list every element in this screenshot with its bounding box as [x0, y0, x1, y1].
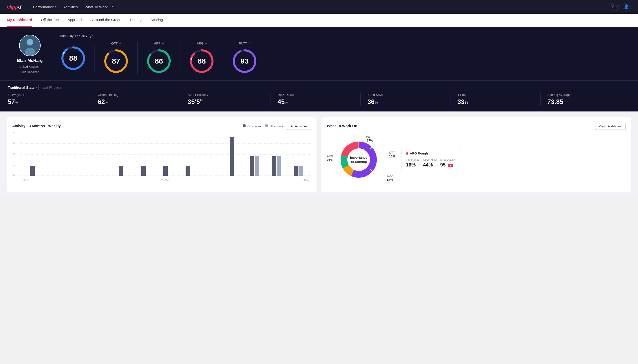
nav-activities[interactable]: Activities [63, 5, 78, 9]
score-rings: 88 OTT ↗ 87 [60, 42, 630, 74]
app-label: OTT 10% [389, 151, 395, 158]
ring-ott-container: 87 [103, 48, 129, 74]
stat-scoring-avg: Scoring Average 73.85 [541, 93, 630, 106]
svg-text:To Scoring: To Scoring [351, 160, 367, 164]
putt-dot [337, 160, 339, 162]
stat-sand-save: Sand Save 36% [361, 93, 451, 106]
bar-oncourse [250, 156, 254, 176]
user-menu-button[interactable]: 👤 ▾ [623, 3, 631, 11]
bar-oncourse [141, 166, 146, 176]
ring-arg: ARG ↗ 88 [180, 42, 223, 74]
tab-approach[interactable]: Approach [68, 14, 83, 27]
nav-what-to-work-on[interactable]: What To Work On [85, 5, 114, 9]
trad-header: Traditional Stats ? Last 20 rounds [8, 86, 630, 90]
nav-performance[interactable]: Performance ▾ [33, 5, 57, 9]
svg-point-1 [27, 39, 33, 46]
help-icon-trad[interactable]: ? [37, 86, 40, 90]
chevron-down-icon: ▾ [616, 6, 617, 8]
work-on-title: What To Work On [327, 124, 357, 128]
stat-1putt: 1 Putt 33% [451, 93, 540, 106]
bar-group [177, 166, 198, 176]
bar-group [155, 166, 176, 176]
chart-title: Activity - 3 Months - Weekly [12, 124, 61, 128]
ring-arg-container: 88 [188, 48, 215, 74]
ring-app: APP ↗ 86 [138, 42, 180, 74]
bar-group [111, 166, 132, 176]
bar-oncourse [163, 166, 168, 176]
stat-fairways-val: 57% [8, 98, 84, 106]
nav-links: Performance ▾ Activities What To Work On [33, 5, 114, 9]
down-badge: ▼ [448, 164, 453, 167]
stats-section: Total Player Quality ? 88 [60, 34, 630, 74]
bar-offcourse [277, 156, 281, 176]
info-shot-quality: Shot Quality 95 ▼ [440, 158, 455, 168]
help-icon[interactable]: ? [89, 34, 93, 38]
chevron-down-icon: ▾ [55, 6, 57, 8]
bar-group [44, 175, 66, 176]
chart-card-header: Activity - 3 Months - Weekly On course O… [12, 123, 311, 130]
stat-sandsave-val: 36% [367, 98, 443, 106]
arrow-up-icon: ↗ [119, 42, 121, 45]
x-labels: 7 Feb 28 Mar 9 May [20, 179, 311, 182]
stat-up-down: Up & Down 45% [271, 93, 361, 106]
info-card-title: ARG Rough [406, 152, 455, 155]
avatar-image [20, 35, 40, 56]
ring-putt: PUTT ↗ 93 [223, 42, 266, 74]
bar-oncourse [272, 156, 276, 176]
add-button[interactable]: ⊕ ▾ [610, 3, 619, 11]
all-activities-button[interactable]: All Activities [287, 123, 311, 130]
arrow-up-icon: ↗ [205, 42, 207, 45]
bar-group [199, 175, 221, 176]
bar-oncourse [185, 166, 190, 176]
bar-group [22, 166, 43, 176]
ring-ott: OTT ↗ 87 [95, 42, 138, 74]
donut-svg: Importance To Scoring [337, 138, 381, 182]
chevron-down-icon: ▾ [629, 6, 631, 8]
user-icon: 👤 [623, 4, 629, 10]
stat-greens-val: 62% [98, 98, 173, 106]
tab-off-the-tee[interactable]: Off the Tee [41, 14, 59, 27]
stat-proximity-val: 35'5" [188, 98, 264, 106]
ring-putt-label: PUTT ↗ [239, 42, 251, 45]
trad-title: Traditional Stats [8, 86, 35, 90]
trad-subtitle: Last 20 rounds [42, 86, 62, 89]
arrow-up-icon: ↗ [162, 42, 164, 45]
ring-putt-container: 93 [231, 48, 258, 74]
ring-arg-label: ARG ↗ [196, 42, 207, 45]
total-quality-label: Total Player Quality ? [60, 34, 630, 38]
view-dashboard-button[interactable]: View Dashboard [595, 123, 626, 130]
dot-red-icon [406, 152, 408, 155]
ring-overall-container: 88 [60, 45, 87, 72]
tab-putting[interactable]: Putting [130, 14, 142, 27]
app-dot [370, 148, 372, 149]
bar-group [244, 156, 265, 176]
info-importance: Importance 16% [406, 158, 421, 168]
arg-dot [370, 170, 372, 171]
traditional-stats-section: Traditional Stats ? Last 20 rounds Fairw… [0, 80, 638, 112]
bar-chart: 4 3 2 1 0 7 Feb 28 Mar 9 May [12, 133, 311, 182]
donut-section: PUTT 57% OTT 10% APP 12% ARG 21% [327, 133, 626, 186]
bar-group [133, 166, 154, 176]
tab-my-dashboard[interactable]: My Dashboard [7, 14, 32, 27]
info-grid: Importance 16% Opportunity 44% Shot Qual… [406, 158, 455, 168]
arrow-up-icon: ↗ [248, 42, 250, 45]
bar-group [288, 166, 309, 176]
stat-greens-in-reg: Greens In Reg 62% [91, 93, 181, 106]
putt-label: ARG 21% [327, 155, 333, 162]
legend-dot-offcourse [265, 124, 268, 127]
tab-around-the-green[interactable]: Around the Green [92, 14, 121, 27]
stat-updown-val: 45% [278, 98, 353, 106]
ring-app-container: 86 [145, 48, 172, 74]
tab-scoring[interactable]: Scoring [150, 14, 163, 27]
bottom-section: Activity - 3 Months - Weekly On course O… [0, 112, 638, 198]
legend-oncourse: On course [243, 124, 261, 128]
ring-overall: 88 [60, 45, 95, 72]
what-to-work-on-card: What To Work On View Dashboard PUTT 57% … [321, 117, 631, 192]
legend-offcourse: Off course [265, 124, 283, 128]
bar-oncourse [294, 166, 298, 176]
player-info: Blair McHarg United Kingdom Plus Handica… [8, 35, 52, 74]
bar-group [222, 137, 243, 176]
player-handicap: Plus Handicap [20, 70, 39, 74]
avatar [19, 35, 41, 56]
bar-oncourse [119, 166, 123, 176]
